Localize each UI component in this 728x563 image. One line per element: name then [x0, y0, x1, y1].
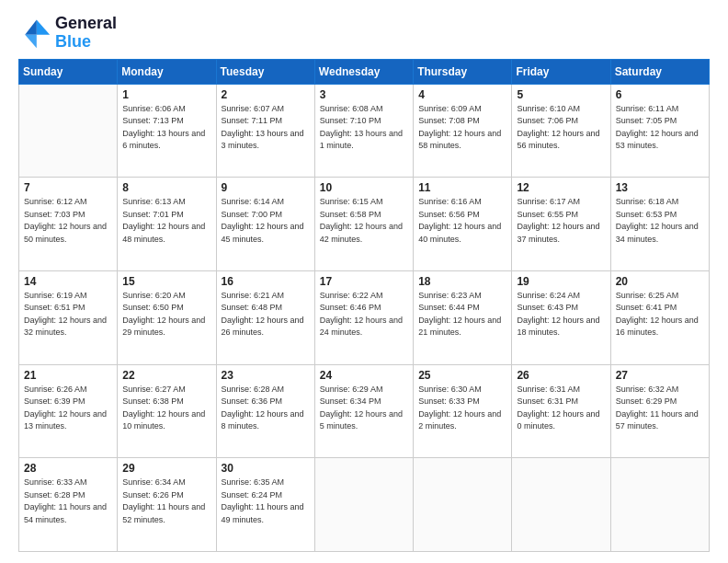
- week-row-4: 28Sunrise: 6:33 AMSunset: 6:28 PMDayligh…: [19, 458, 710, 552]
- day-info: Sunrise: 6:18 AMSunset: 6:53 PMDaylight:…: [616, 196, 704, 246]
- day-cell: 1Sunrise: 6:06 AMSunset: 7:13 PMDaylight…: [118, 84, 216, 178]
- day-info: Sunrise: 6:26 AMSunset: 6:39 PMDaylight:…: [24, 384, 112, 433]
- day-info: Sunrise: 6:20 AMSunset: 6:50 PMDaylight:…: [122, 290, 210, 339]
- day-cell: 28Sunrise: 6:33 AMSunset: 6:28 PMDayligh…: [19, 458, 118, 552]
- day-cell: [314, 458, 413, 552]
- day-cell: 19Sunrise: 6:24 AMSunset: 6:43 PMDayligh…: [512, 270, 610, 364]
- day-cell: 10Sunrise: 6:15 AMSunset: 6:58 PMDayligh…: [314, 178, 413, 271]
- svg-marker-1: [25, 19, 37, 34]
- day-cell: 6Sunrise: 6:11 AMSunset: 7:05 PMDaylight…: [610, 84, 709, 178]
- day-info: Sunrise: 6:06 AMSunset: 7:13 PMDaylight:…: [122, 103, 210, 153]
- day-number: 23: [222, 369, 310, 382]
- day-info: Sunrise: 6:16 AMSunset: 6:56 PMDaylight:…: [418, 196, 506, 246]
- day-info: Sunrise: 6:24 AMSunset: 6:43 PMDaylight:…: [517, 290, 605, 339]
- day-cell: 25Sunrise: 6:30 AMSunset: 6:33 PMDayligh…: [414, 364, 512, 458]
- day-info: Sunrise: 6:19 AMSunset: 6:51 PMDaylight:…: [24, 290, 112, 339]
- day-cell: 17Sunrise: 6:22 AMSunset: 6:46 PMDayligh…: [314, 270, 413, 364]
- week-row-1: 7Sunrise: 6:12 AMSunset: 7:03 PMDaylight…: [19, 178, 710, 271]
- week-row-3: 21Sunrise: 6:26 AMSunset: 6:39 PMDayligh…: [19, 364, 710, 458]
- day-info: Sunrise: 6:22 AMSunset: 6:46 PMDaylight:…: [320, 290, 408, 339]
- day-header-monday: Monday: [118, 59, 216, 84]
- day-number: 8: [122, 181, 210, 194]
- day-number: 4: [418, 88, 506, 101]
- day-number: 21: [24, 369, 112, 382]
- day-number: 14: [24, 275, 112, 288]
- day-number: 30: [222, 462, 310, 475]
- day-number: 7: [24, 181, 112, 194]
- day-info: Sunrise: 6:11 AMSunset: 7:05 PMDaylight:…: [616, 103, 704, 153]
- day-number: 26: [517, 369, 605, 382]
- day-info: Sunrise: 6:35 AMSunset: 6:24 PMDaylight:…: [222, 477, 310, 526]
- day-cell: 24Sunrise: 6:29 AMSunset: 6:34 PMDayligh…: [314, 364, 413, 458]
- day-cell: 3Sunrise: 6:08 AMSunset: 7:10 PMDaylight…: [314, 84, 413, 178]
- day-number: 28: [24, 462, 112, 475]
- day-number: 29: [122, 462, 210, 475]
- day-info: Sunrise: 6:29 AMSunset: 6:34 PMDaylight:…: [320, 384, 408, 433]
- calendar-table: SundayMondayTuesdayWednesdayThursdayFrid…: [18, 59, 710, 552]
- day-cell: 23Sunrise: 6:28 AMSunset: 6:36 PMDayligh…: [216, 364, 314, 458]
- day-info: Sunrise: 6:27 AMSunset: 6:38 PMDaylight:…: [122, 384, 210, 433]
- day-header-thursday: Thursday: [414, 59, 512, 84]
- day-number: 9: [222, 181, 310, 194]
- day-cell: 16Sunrise: 6:21 AMSunset: 6:48 PMDayligh…: [216, 270, 314, 364]
- day-cell: 30Sunrise: 6:35 AMSunset: 6:24 PMDayligh…: [216, 458, 314, 552]
- day-number: 22: [122, 369, 210, 382]
- day-cell: 2Sunrise: 6:07 AMSunset: 7:11 PMDaylight…: [216, 84, 314, 178]
- day-number: 12: [517, 181, 605, 194]
- day-number: 11: [418, 181, 506, 194]
- day-number: 13: [616, 181, 704, 194]
- header: General Blue: [18, 15, 710, 52]
- svg-marker-0: [37, 19, 50, 34]
- page: General Blue SundayMondayTuesdayWednesda…: [0, 0, 728, 563]
- day-number: 15: [122, 275, 210, 288]
- day-info: Sunrise: 6:23 AMSunset: 6:44 PMDaylight:…: [418, 290, 506, 339]
- day-number: 5: [517, 88, 605, 101]
- day-cell: 4Sunrise: 6:09 AMSunset: 7:08 PMDaylight…: [414, 84, 512, 178]
- day-info: Sunrise: 6:09 AMSunset: 7:08 PMDaylight:…: [418, 103, 506, 153]
- day-info: Sunrise: 6:12 AMSunset: 7:03 PMDaylight:…: [24, 196, 112, 246]
- day-cell: 5Sunrise: 6:10 AMSunset: 7:06 PMDaylight…: [512, 84, 610, 178]
- day-number: 16: [222, 275, 310, 288]
- day-info: Sunrise: 6:13 AMSunset: 7:01 PMDaylight:…: [122, 196, 210, 246]
- day-header-friday: Friday: [512, 59, 610, 84]
- day-info: Sunrise: 6:17 AMSunset: 6:55 PMDaylight:…: [517, 196, 605, 246]
- day-cell: 29Sunrise: 6:34 AMSunset: 6:26 PMDayligh…: [118, 458, 216, 552]
- day-info: Sunrise: 6:10 AMSunset: 7:06 PMDaylight:…: [517, 103, 605, 153]
- day-number: 1: [122, 88, 210, 101]
- day-number: 10: [320, 181, 408, 194]
- day-info: Sunrise: 6:28 AMSunset: 6:36 PMDaylight:…: [222, 384, 310, 433]
- day-cell: 20Sunrise: 6:25 AMSunset: 6:41 PMDayligh…: [610, 270, 709, 364]
- day-info: Sunrise: 6:34 AMSunset: 6:26 PMDaylight:…: [122, 477, 210, 526]
- day-cell: 18Sunrise: 6:23 AMSunset: 6:44 PMDayligh…: [414, 270, 512, 364]
- day-info: Sunrise: 6:21 AMSunset: 6:48 PMDaylight:…: [222, 290, 310, 339]
- logo: General Blue: [18, 15, 117, 52]
- day-info: Sunrise: 6:07 AMSunset: 7:11 PMDaylight:…: [222, 103, 310, 153]
- logo-icon: [18, 17, 51, 50]
- day-number: 24: [320, 369, 408, 382]
- day-cell: 15Sunrise: 6:20 AMSunset: 6:50 PMDayligh…: [118, 270, 216, 364]
- day-number: 17: [320, 275, 408, 288]
- day-cell: 26Sunrise: 6:31 AMSunset: 6:31 PMDayligh…: [512, 364, 610, 458]
- day-number: 20: [616, 275, 704, 288]
- day-header-wednesday: Wednesday: [314, 59, 413, 84]
- day-cell: 7Sunrise: 6:12 AMSunset: 7:03 PMDaylight…: [19, 178, 118, 271]
- header-row: SundayMondayTuesdayWednesdayThursdayFrid…: [19, 59, 710, 84]
- svg-marker-2: [25, 35, 37, 48]
- day-header-sunday: Sunday: [19, 59, 118, 84]
- day-header-saturday: Saturday: [610, 59, 709, 84]
- day-cell: 11Sunrise: 6:16 AMSunset: 6:56 PMDayligh…: [414, 178, 512, 271]
- day-number: 25: [418, 369, 506, 382]
- day-cell: [610, 458, 709, 552]
- day-cell: 12Sunrise: 6:17 AMSunset: 6:55 PMDayligh…: [512, 178, 610, 271]
- day-info: Sunrise: 6:08 AMSunset: 7:10 PMDaylight:…: [320, 103, 408, 153]
- day-number: 3: [320, 88, 408, 101]
- day-info: Sunrise: 6:33 AMSunset: 6:28 PMDaylight:…: [24, 477, 112, 526]
- day-cell: 21Sunrise: 6:26 AMSunset: 6:39 PMDayligh…: [19, 364, 118, 458]
- day-header-tuesday: Tuesday: [216, 59, 314, 84]
- day-cell: [414, 458, 512, 552]
- logo-text: General Blue: [55, 15, 117, 52]
- day-info: Sunrise: 6:25 AMSunset: 6:41 PMDaylight:…: [616, 290, 704, 339]
- day-cell: 9Sunrise: 6:14 AMSunset: 7:00 PMDaylight…: [216, 178, 314, 271]
- day-number: 18: [418, 275, 506, 288]
- day-cell: 8Sunrise: 6:13 AMSunset: 7:01 PMDaylight…: [118, 178, 216, 271]
